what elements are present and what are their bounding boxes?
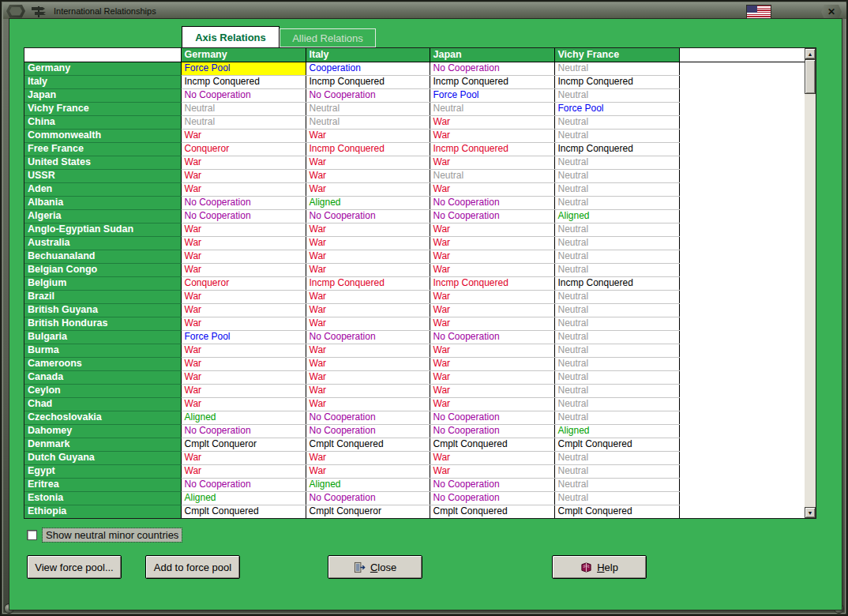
relation-cell[interactable]: Neutral (181, 102, 306, 115)
relation-cell[interactable]: No Cooperation (181, 88, 306, 102)
relation-cell[interactable]: War (430, 156, 554, 169)
relation-cell[interactable]: War (430, 303, 554, 317)
relation-cell[interactable]: War (181, 357, 306, 370)
relation-cell[interactable]: Incmp Conquered (306, 276, 430, 290)
tab-axis-relations[interactable]: Axis Relations (182, 26, 280, 47)
country-name-cell[interactable]: Canada (24, 370, 181, 384)
country-name-cell[interactable]: Vichy France (24, 102, 181, 115)
relation-cell[interactable]: Neutral (554, 464, 679, 478)
relation-cell[interactable]: War (306, 464, 430, 478)
relation-cell[interactable]: War (306, 290, 430, 303)
country-name-cell[interactable]: Dutch Guyana (24, 451, 181, 464)
column-header-vichy-france[interactable]: Vichy France (554, 48, 679, 62)
relation-cell[interactable]: Cmplt Conqueror (181, 438, 306, 451)
country-name-cell[interactable]: Egypt (24, 464, 181, 478)
relation-cell[interactable]: Aligned (554, 209, 679, 223)
relation-cell[interactable]: Neutral (554, 290, 679, 303)
relation-cell[interactable]: War (430, 115, 554, 129)
relation-cell[interactable]: Cmplt Conquered (306, 438, 430, 451)
relation-cell[interactable]: Neutral (554, 344, 679, 357)
relation-cell[interactable]: War (430, 397, 554, 411)
country-name-cell[interactable]: Czechoslovakia (24, 411, 181, 424)
relation-cell[interactable]: Neutral (181, 115, 306, 129)
relation-cell[interactable]: Force Pool (181, 62, 306, 75)
relation-cell[interactable]: War (306, 223, 430, 236)
relation-cell[interactable]: Neutral (554, 357, 679, 370)
relation-cell[interactable]: No Cooperation (181, 196, 306, 209)
relation-cell[interactable]: War (306, 344, 430, 357)
relation-cell[interactable]: No Cooperation (430, 196, 554, 209)
country-name-cell[interactable]: Denmark (24, 438, 181, 451)
scrollbar-down-button[interactable]: ▼ (805, 507, 816, 518)
relation-cell[interactable]: Neutral (554, 88, 679, 102)
vertical-scrollbar[interactable]: ▲ ▼ (805, 48, 816, 518)
relation-cell[interactable]: Neutral (554, 303, 679, 317)
country-name-cell[interactable]: Aden (24, 182, 181, 196)
help-button[interactable]: Help (552, 555, 647, 579)
relation-cell[interactable]: Neutral (554, 129, 679, 142)
relation-cell[interactable]: War (430, 129, 554, 142)
relation-cell[interactable]: Neutral (554, 397, 679, 411)
relation-cell[interactable]: War (306, 169, 430, 182)
relation-cell[interactable]: War (306, 182, 430, 196)
relation-cell[interactable]: Cooperation (306, 62, 430, 75)
relation-cell[interactable]: Neutral (554, 156, 679, 169)
relation-cell[interactable]: War (181, 370, 306, 384)
relation-cell[interactable]: Incmp Conquered (306, 75, 430, 88)
relation-cell[interactable]: Neutral (430, 102, 554, 115)
relation-cell[interactable]: Neutral (554, 330, 679, 344)
relation-cell[interactable]: War (181, 236, 306, 250)
relation-cell[interactable]: No Cooperation (430, 209, 554, 223)
relation-cell[interactable]: War (430, 223, 554, 236)
relation-cell[interactable]: Incmp Conquered (554, 75, 679, 88)
column-header-italy[interactable]: Italy (306, 48, 430, 62)
country-name-cell[interactable]: Italy (24, 75, 181, 88)
relation-cell[interactable]: War (430, 236, 554, 250)
relation-cell[interactable]: Neutral (554, 169, 679, 182)
relation-cell[interactable]: War (430, 384, 554, 397)
relation-cell[interactable]: Aligned (181, 491, 306, 505)
relation-cell[interactable]: Neutral (554, 478, 679, 491)
relation-cell[interactable]: Cmplt Conqueror (306, 505, 430, 518)
relation-cell[interactable]: War (430, 464, 554, 478)
show-neutral-checkbox[interactable] (27, 530, 37, 540)
country-name-cell[interactable]: Commonwealth (24, 129, 181, 142)
scrollbar-track[interactable] (805, 59, 816, 507)
relation-cell[interactable]: Aligned (181, 411, 306, 424)
relation-cell[interactable]: War (430, 317, 554, 330)
column-header-germany[interactable]: Germany (181, 48, 306, 62)
country-name-cell[interactable]: British Guyana (24, 303, 181, 317)
scrollbar-up-button[interactable]: ▲ (805, 48, 816, 59)
relation-cell[interactable]: Neutral (554, 451, 679, 464)
relation-cell[interactable]: No Cooperation (181, 209, 306, 223)
relation-cell[interactable]: Neutral (554, 411, 679, 424)
relation-cell[interactable]: War (181, 169, 306, 182)
relation-cell[interactable]: Aligned (554, 424, 679, 438)
relation-cell[interactable]: War (181, 263, 306, 276)
relation-cell[interactable]: No Cooperation (181, 424, 306, 438)
country-name-cell[interactable]: Chad (24, 397, 181, 411)
country-name-cell[interactable]: United States (24, 156, 181, 169)
relation-cell[interactable]: War (430, 357, 554, 370)
relation-cell[interactable]: Force Pool (554, 102, 679, 115)
relation-cell[interactable]: Neutral (554, 250, 679, 263)
relation-cell[interactable]: War (306, 384, 430, 397)
relation-cell[interactable]: Neutral (554, 236, 679, 250)
relation-cell[interactable]: No Cooperation (430, 424, 554, 438)
relation-cell[interactable]: Neutral (554, 491, 679, 505)
relation-cell[interactable]: No Cooperation (430, 62, 554, 75)
relation-cell[interactable]: War (430, 182, 554, 196)
country-name-cell[interactable]: Algeria (24, 209, 181, 223)
country-name-cell[interactable]: China (24, 115, 181, 129)
relation-cell[interactable]: Neutral (430, 169, 554, 182)
relation-cell[interactable]: Incmp Conquered (554, 276, 679, 290)
relation-cell[interactable]: War (430, 370, 554, 384)
relation-cell[interactable]: War (430, 250, 554, 263)
country-name-cell[interactable]: Bechuanaland (24, 250, 181, 263)
relation-cell[interactable]: Neutral (554, 223, 679, 236)
relation-cell[interactable]: Force Pool (181, 330, 306, 344)
relation-cell[interactable]: War (306, 250, 430, 263)
relation-cell[interactable]: No Cooperation (306, 330, 430, 344)
relation-cell[interactable]: Incmp Conquered (430, 142, 554, 156)
relation-cell[interactable]: Neutral (306, 102, 430, 115)
